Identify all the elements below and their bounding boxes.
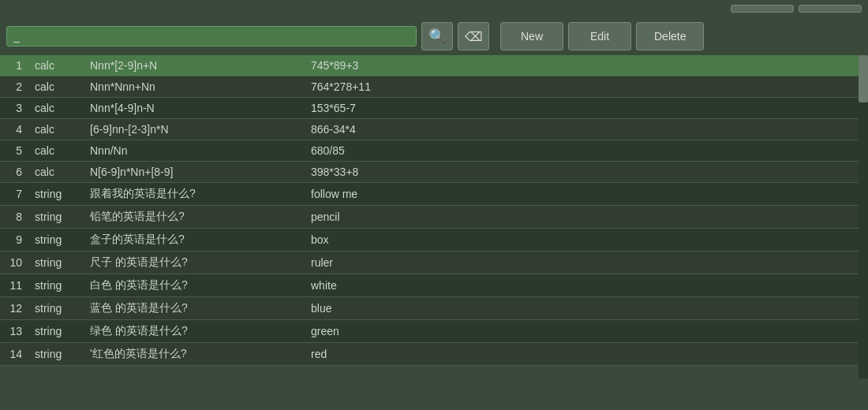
row-value: 153*65-7 [305, 98, 859, 119]
row-value: pencil [305, 206, 859, 229]
row-pattern: 跟着我的英语是什么? [84, 183, 305, 206]
row-value: 866-34*4 [305, 119, 859, 140]
clear-icon: ⌫ [465, 29, 483, 44]
row-value: ruler [305, 252, 859, 274]
row-number: 9 [0, 229, 28, 252]
row-pattern: 绿色 的英语是什么? [84, 320, 305, 343]
row-value: blue [305, 297, 859, 320]
row-pattern: Nnn*Nnn+Nn [84, 76, 305, 98]
row-type: string [28, 229, 84, 252]
table-row[interactable]: 5calcNnn/Nn680/85 [0, 140, 859, 162]
row-type: string [28, 206, 84, 229]
row-pattern: Nnn/Nn [84, 140, 305, 162]
row-pattern: 白色 的英语是什么? [84, 274, 305, 297]
row-number: 2 [0, 76, 28, 98]
table-row[interactable]: 3calcNnn*[4-9]n-N153*65-7 [0, 98, 859, 119]
table-row[interactable]: 9string盒子的英语是什么?box [0, 229, 859, 252]
row-value: white [305, 274, 859, 297]
table-row[interactable]: 6calcN[6-9]n*Nn+[8-9]398*33+8 [0, 162, 859, 183]
row-value: 398*33+8 [305, 162, 859, 183]
row-type: calc [28, 76, 84, 98]
row-value: 764*278+11 [305, 76, 859, 98]
action-buttons: New Edit Delete [500, 22, 704, 50]
row-type: string [28, 183, 84, 206]
row-type: calc [28, 98, 84, 119]
row-pattern: 铅笔的英语是什么? [84, 206, 305, 229]
table-row[interactable]: 11string白色 的英语是什么?white [0, 274, 859, 297]
table-container: 1calcNnn*[2-9]n+N745*89+32calcNnn*Nnn+Nn… [0, 55, 868, 378]
row-number: 8 [0, 206, 28, 229]
search-input-wrapper [6, 26, 417, 47]
row-value: box [305, 229, 859, 252]
delete-button[interactable]: Delete [636, 22, 704, 50]
table-row[interactable]: 4calc[6-9]nn-[2-3]n*N866-34*4 [0, 119, 859, 140]
row-value: 680/85 [305, 140, 859, 162]
top-btn-1[interactable] [731, 5, 794, 13]
edit-button[interactable]: Edit [568, 22, 631, 50]
search-button[interactable]: 🔍 [421, 22, 453, 50]
row-number: 1 [0, 55, 28, 76]
row-number: 11 [0, 274, 28, 297]
row-pattern: Nnn*[4-9]n-N [84, 98, 305, 119]
scrollbar-thumb[interactable] [859, 55, 868, 102]
table-row[interactable]: 1calcNnn*[2-9]n+N745*89+3 [0, 55, 859, 76]
data-table: 1calcNnn*[2-9]n+N745*89+32calcNnn*Nnn+Nn… [0, 55, 859, 366]
row-type: calc [28, 162, 84, 183]
row-pattern: '红色的英语是什么? [84, 343, 305, 366]
row-pattern: N[6-9]n*Nn+[8-9] [84, 162, 305, 183]
row-pattern: [6-9]nn-[2-3]n*N [84, 119, 305, 140]
row-value: green [305, 320, 859, 343]
row-pattern: 尺子 的英语是什么? [84, 252, 305, 274]
table-row[interactable]: 2calcNnn*Nnn+Nn764*278+11 [0, 76, 859, 98]
row-type: string [28, 297, 84, 320]
row-value: red [305, 343, 859, 366]
new-button[interactable]: New [500, 22, 563, 50]
search-icon: 🔍 [428, 28, 446, 45]
row-type: string [28, 320, 84, 343]
top-bar [0, 0, 868, 17]
row-value: 745*89+3 [305, 55, 859, 76]
table-row[interactable]: 14string'红色的英语是什么?red [0, 343, 859, 366]
row-type: calc [28, 55, 84, 76]
row-number: 13 [0, 320, 28, 343]
scrollbar-track[interactable] [859, 55, 868, 378]
row-number: 10 [0, 252, 28, 274]
row-number: 6 [0, 162, 28, 183]
table-row[interactable]: 10string尺子 的英语是什么?ruler [0, 252, 859, 274]
row-number: 4 [0, 119, 28, 140]
row-type: calc [28, 140, 84, 162]
search-input[interactable] [13, 30, 410, 43]
table-row[interactable]: 8string铅笔的英语是什么?pencil [0, 206, 859, 229]
row-pattern: Nnn*[2-9]n+N [84, 55, 305, 76]
row-type: calc [28, 119, 84, 140]
row-type: string [28, 343, 84, 366]
table-row[interactable]: 13string绿色 的英语是什么?green [0, 320, 859, 343]
top-btn-2[interactable] [799, 5, 862, 13]
row-type: string [28, 252, 84, 274]
table-row[interactable]: 7string跟着我的英语是什么?follow me [0, 183, 859, 206]
table-row[interactable]: 12string蓝色 的英语是什么?blue [0, 297, 859, 320]
search-bar: 🔍 ⌫ New Edit Delete [0, 17, 868, 55]
row-pattern: 蓝色 的英语是什么? [84, 297, 305, 320]
row-pattern: 盒子的英语是什么? [84, 229, 305, 252]
row-value: follow me [305, 183, 859, 206]
row-number: 3 [0, 98, 28, 119]
row-type: string [28, 274, 84, 297]
clear-button[interactable]: ⌫ [458, 22, 489, 50]
row-number: 7 [0, 183, 28, 206]
row-number: 5 [0, 140, 28, 162]
row-number: 14 [0, 343, 28, 366]
row-number: 12 [0, 297, 28, 320]
